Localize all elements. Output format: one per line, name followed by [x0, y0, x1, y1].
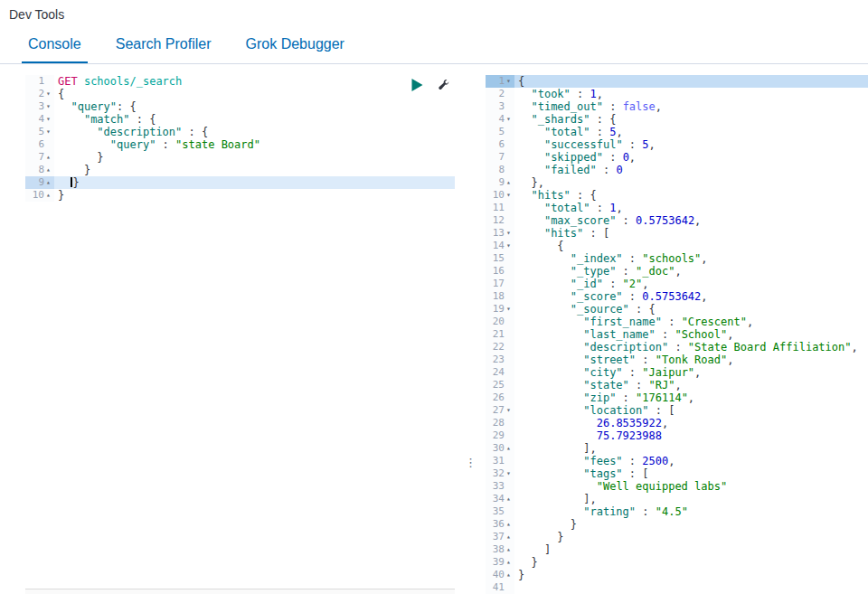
request-editor[interactable]: 1GET schools/_search2▾{3▾ "query": {4▾ "… [25, 75, 455, 594]
fold-open-icon[interactable]: ▾ [44, 126, 54, 138]
code-line[interactable]: 4▾ "match" : { [25, 113, 455, 126]
settings-button[interactable] [436, 78, 451, 93]
line-number: 2 [498, 88, 505, 100]
line-number: 4 [38, 113, 44, 126]
fold-open-icon[interactable]: ▾ [505, 303, 514, 316]
line-number: 20 [493, 316, 505, 328]
fold-closed-icon[interactable]: ▴ [505, 176, 514, 189]
code-line: 6 "successful" : 5, [486, 138, 868, 151]
code-line: 32▾ "tags" : [ [486, 467, 868, 480]
dev-tools-console: 1GET schools/_search2▾{3▾ "query": {4▾ "… [0, 75, 868, 594]
gutter-cell: 22 [486, 341, 514, 354]
fold-closed-icon[interactable]: ▴ [505, 442, 514, 455]
fold-spacer [505, 429, 514, 442]
code-text: "state" : "RJ", [514, 379, 868, 391]
code-line[interactable]: 1GET schools/_search [25, 75, 455, 88]
gutter-cell: 34▴ [486, 493, 514, 505]
fold-closed-icon[interactable]: ▴ [505, 556, 514, 569]
fold-open-icon[interactable]: ▾ [505, 227, 514, 240]
fold-closed-icon[interactable]: ▴ [44, 176, 54, 189]
line-number: 29 [493, 429, 505, 442]
code-line: 34▴ ], [486, 493, 868, 505]
gutter-cell: 2 [486, 88, 514, 100]
code-line[interactable]: 8▴ } [25, 164, 455, 176]
send-request-button[interactable] [410, 77, 425, 93]
code-line[interactable]: 9▴ } [25, 176, 455, 189]
code-text: ], [514, 442, 868, 455]
code-text: "skipped" : 0, [514, 151, 868, 164]
fold-open-icon[interactable]: ▾ [44, 88, 54, 100]
code-text: "match" : { [54, 113, 455, 126]
code-line: 39▴ } [486, 556, 868, 569]
tab-grok-debugger[interactable]: Grok Debugger [240, 27, 351, 63]
code-line[interactable]: 7▴ } [25, 151, 455, 164]
fold-open-icon[interactable]: ▾ [44, 113, 54, 126]
line-number: 40 [493, 569, 505, 581]
gutter-cell: 25 [486, 379, 514, 391]
line-number: 12 [493, 214, 505, 227]
editor-actions [410, 77, 451, 93]
panel-resizer[interactable]: ⋮ [455, 75, 486, 594]
code-line: 35 "rating" : "4.5" [486, 505, 868, 518]
code-line[interactable]: 10▴} [25, 189, 455, 202]
gutter-cell: 9▴ [486, 176, 514, 189]
code-line: 11 "total" : 1, [486, 202, 868, 214]
line-number: 8 [38, 164, 44, 176]
tab-search-profiler[interactable]: Search Profiler [109, 27, 218, 63]
code-text: "total" : 1, [514, 202, 868, 214]
code-line: 18 "_score" : 0.5753642, [486, 290, 868, 303]
gutter-cell: 29 [486, 429, 514, 442]
fold-closed-icon[interactable]: ▴ [44, 164, 54, 176]
fold-spacer [505, 417, 514, 429]
line-number: 38 [493, 543, 505, 556]
code-text: "last_name" : "School", [514, 328, 868, 341]
gutter-cell: 8 [486, 164, 514, 176]
code-line: 2 "took" : 1, [486, 88, 868, 100]
fold-closed-icon[interactable]: ▴ [505, 569, 514, 581]
code-line[interactable]: 6 "query" : "state Board" [25, 138, 455, 151]
code-line: 13▾ "hits" : [ [486, 227, 868, 240]
gutter-cell: 1▾ [486, 75, 514, 88]
fold-spacer [44, 138, 54, 151]
code-line: 30▴ ], [486, 442, 868, 455]
fold-open-icon[interactable]: ▾ [505, 240, 514, 252]
fold-open-icon[interactable]: ▾ [505, 75, 514, 88]
fold-closed-icon[interactable]: ▴ [505, 543, 514, 556]
fold-closed-icon[interactable]: ▴ [44, 189, 54, 202]
gutter-cell: 9▴ [25, 176, 54, 189]
fold-spacer [505, 100, 514, 113]
code-line: 15 "_index" : "schools", [486, 252, 868, 265]
line-number: 11 [493, 202, 505, 214]
code-text: "_index" : "schools", [514, 252, 868, 265]
fold-open-icon[interactable]: ▾ [44, 100, 54, 113]
fold-open-icon[interactable]: ▾ [505, 467, 514, 480]
line-number: 26 [493, 391, 505, 404]
line-number: 10 [33, 189, 44, 202]
fold-open-icon[interactable]: ▾ [505, 113, 514, 126]
code-text: "_shards" : { [514, 113, 868, 126]
line-number: 5 [38, 126, 44, 138]
code-line[interactable]: 5▾ "description" : { [25, 126, 455, 138]
code-line: 19▾ "_source" : { [486, 303, 868, 316]
line-number: 6 [498, 138, 505, 151]
code-line: 10▾ "hits" : { [486, 189, 868, 202]
code-text: "Well equipped labs" [514, 480, 868, 493]
fold-open-icon[interactable]: ▾ [505, 404, 514, 417]
fold-spacer [505, 126, 514, 138]
line-number: 15 [493, 252, 505, 265]
fold-spacer [505, 88, 514, 100]
fold-closed-icon[interactable]: ▴ [44, 151, 54, 164]
code-line[interactable]: 3▾ "query": { [25, 100, 455, 113]
gutter-cell: 16 [486, 265, 514, 278]
fold-closed-icon[interactable]: ▴ [505, 518, 514, 531]
horizontal-scrollbar[interactable] [25, 589, 455, 594]
gutter-cell: 28 [486, 417, 514, 429]
code-text: "hits" : { [514, 189, 868, 202]
code-line[interactable]: 2▾{ [25, 88, 455, 100]
fold-closed-icon[interactable]: ▴ [505, 531, 514, 543]
line-number: 24 [493, 366, 505, 379]
fold-closed-icon[interactable]: ▴ [505, 493, 514, 505]
tab-console[interactable]: Console [22, 27, 88, 63]
code-text: "zip" : "176114", [514, 391, 868, 404]
fold-open-icon[interactable]: ▾ [505, 189, 514, 202]
